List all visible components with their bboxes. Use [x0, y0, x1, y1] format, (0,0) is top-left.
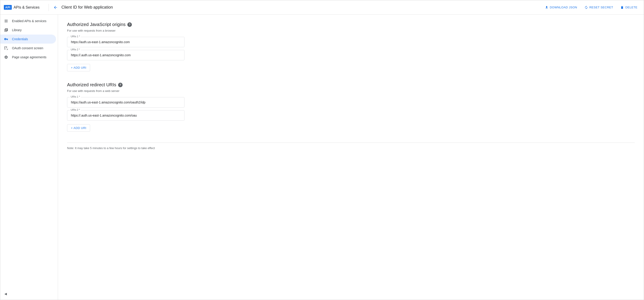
sidebar-label-enabled-apis: Enabled APIs & services — [12, 19, 46, 23]
redirect-uris-section: Authorized redirect URIs ? For use with … — [67, 82, 635, 132]
redirect-uris-add-uri-button[interactable]: + ADD URI — [67, 124, 90, 132]
redirect-uri-1-wrapper: URIs 1 * — [67, 97, 184, 108]
js-origins-help-icon[interactable]: ? — [127, 22, 132, 27]
download-icon — [545, 6, 548, 9]
js-origins-uri-1-label: URIs 1 * — [70, 35, 81, 38]
sidebar-collapse-button[interactable]: ◄ — [4, 292, 8, 296]
js-origins-title: Authorized JavaScript origins ? — [67, 22, 635, 27]
back-icon — [53, 5, 58, 10]
api-logo-box: API — [4, 5, 12, 10]
top-header: API APIs & Services Client ID for Web ap… — [0, 0, 644, 15]
sidebar-item-oauth-consent[interactable]: OAuth consent screen — [0, 44, 56, 53]
delete-icon — [620, 6, 624, 9]
js-origins-uri-1-input[interactable] — [67, 37, 184, 47]
page-title: Client ID for Web application — [62, 5, 542, 10]
settings-icon — [4, 55, 8, 59]
back-button[interactable] — [52, 4, 59, 11]
redirect-uris-desc: For use with requests from a web server — [67, 89, 635, 93]
key-icon — [4, 37, 8, 41]
api-logo: API APIs & Services — [4, 5, 40, 10]
note-text: Note: It may take 5 minutes to a few hou… — [67, 143, 635, 150]
sidebar-item-page-usage[interactable]: Page usage agreements — [0, 53, 56, 62]
header-divider — [48, 4, 49, 11]
api-logo-text: APIs & Services — [14, 6, 40, 10]
layout: Enabled APIs & services Library Credenti… — [0, 15, 644, 300]
js-origins-uri-1-wrapper: URIs 1 * — [67, 37, 184, 47]
redirect-uris-uri-fields: URIs 1 * URIs 2 * — [67, 97, 635, 121]
redirect-uri-1-input[interactable] — [67, 97, 184, 108]
js-origins-uri-2-label: URIs 2 * — [70, 48, 81, 51]
sidebar-item-enabled-apis[interactable]: Enabled APIs & services — [0, 17, 56, 26]
sidebar-label-oauth-consent: OAuth consent screen — [12, 46, 43, 50]
sidebar-item-credentials[interactable]: Credentials — [0, 35, 56, 44]
reset-secret-button[interactable]: RESET SECRET — [582, 4, 616, 11]
js-origins-add-uri-button[interactable]: + ADD URI — [67, 64, 90, 71]
js-origins-section: Authorized JavaScript origins ? For use … — [67, 22, 635, 71]
redirect-uri-2-wrapper: URIs 2 * — [67, 110, 184, 121]
redirect-uri-2-label: URIs 2 * — [70, 108, 81, 111]
delete-button[interactable]: DELETE — [618, 4, 640, 11]
sidebar: Enabled APIs & services Library Credenti… — [0, 15, 58, 300]
redirect-uri-2-input[interactable] — [67, 110, 184, 121]
js-origins-uri-2-input[interactable] — [67, 50, 184, 60]
library-icon — [4, 28, 8, 32]
sidebar-label-page-usage: Page usage agreements — [12, 55, 46, 59]
js-origins-uri-2-wrapper: URIs 2 * — [67, 50, 184, 60]
sidebar-item-library[interactable]: Library — [0, 26, 56, 35]
reset-icon — [584, 6, 588, 9]
redirect-uris-title: Authorized redirect URIs ? — [67, 82, 635, 87]
redirect-uri-1-label: URIs 1 * — [70, 95, 81, 98]
sidebar-label-credentials: Credentials — [12, 37, 28, 41]
js-origins-desc: For use with requests from a browser — [67, 29, 635, 32]
redirect-uris-help-icon[interactable]: ? — [118, 83, 122, 87]
sidebar-label-library: Library — [12, 28, 22, 32]
download-json-button[interactable]: DOWNLOAD JSON — [542, 4, 580, 11]
js-origins-uri-fields: URIs 1 * URIs 2 * — [67, 37, 635, 60]
grid-icon — [4, 19, 8, 23]
header-actions: DOWNLOAD JSON RESET SECRET DELETE — [542, 4, 640, 11]
consent-icon — [4, 46, 8, 50]
main-content: Authorized JavaScript origins ? For use … — [58, 15, 644, 300]
